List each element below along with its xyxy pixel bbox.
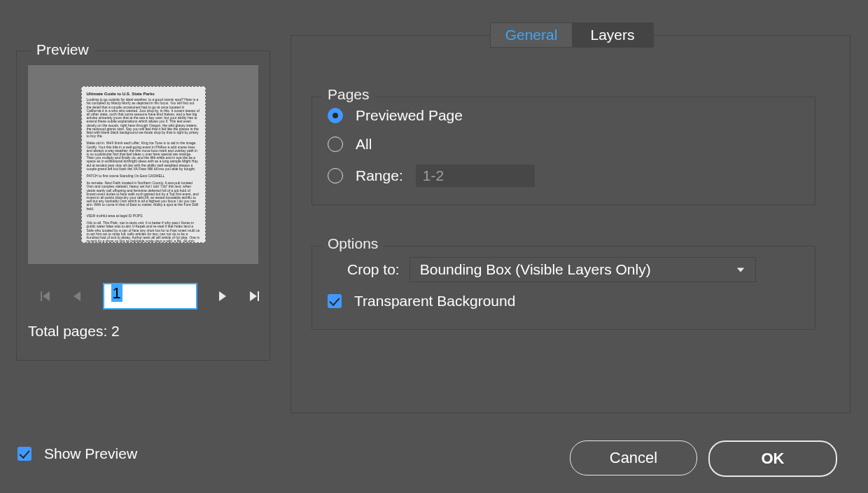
radio-range-label: Range:	[356, 167, 403, 184]
radio-circle-icon	[328, 108, 343, 123]
crop-to-select[interactable]: Bounding Box (Visible Layers Only)	[410, 257, 756, 282]
preview-title: Preview	[31, 41, 94, 58]
svg-rect-1	[41, 291, 42, 301]
transparent-background-checkbox[interactable]: Transparent Background	[328, 293, 515, 310]
total-pages-label: Total pages: 2	[28, 323, 120, 340]
checkbox-icon	[18, 447, 31, 461]
svg-marker-5	[250, 291, 257, 301]
options-group-title: Options	[322, 235, 384, 252]
crop-to-label: Crop to:	[347, 261, 400, 278]
prev-page-icon[interactable]	[70, 289, 85, 304]
radio-circle-icon	[328, 137, 343, 152]
transparent-background-label: Transparent Background	[354, 293, 515, 310]
chevron-down-icon	[736, 265, 746, 275]
page-number-value: 1	[111, 284, 122, 302]
radio-range[interactable]: Range:	[328, 165, 535, 187]
next-page-icon[interactable]	[214, 289, 230, 304]
show-preview-checkbox[interactable]: Show Preview	[18, 445, 137, 462]
crop-to-value: Bounding Box (Visible Layers Only)	[420, 261, 651, 278]
cancel-button[interactable]: Cancel	[570, 440, 697, 475]
last-page-icon[interactable]	[246, 289, 262, 304]
svg-rect-6	[258, 291, 259, 301]
tab-general[interactable]: General	[491, 23, 572, 47]
show-preview-label: Show Preview	[44, 445, 137, 462]
radio-previewed-page[interactable]: Previewed Page	[328, 107, 463, 124]
crop-to-row: Crop to: Bounding Box (Visible Layers On…	[347, 257, 756, 282]
tab-layers[interactable]: Layers	[572, 23, 653, 47]
checkbox-icon	[328, 294, 342, 308]
radio-previewed-page-label: Previewed Page	[356, 107, 463, 124]
range-input[interactable]	[416, 165, 535, 187]
svg-marker-0	[736, 268, 744, 272]
pages-group-title: Pages	[322, 86, 375, 103]
page-number-input[interactable]: 1	[103, 283, 197, 310]
preview-panel: Preview Ultimate Guide to U.S. State Par…	[16, 50, 270, 361]
svg-marker-2	[43, 291, 50, 301]
radio-all-pages-label: All	[356, 136, 372, 153]
options-group: Options Crop to: Bounding Box (Visible L…	[312, 246, 816, 330]
ok-button[interactable]: OK	[708, 440, 837, 477]
document-page: Ultimate Guide to U.S. State ParksLookin…	[81, 86, 206, 243]
first-page-icon[interactable]	[38, 289, 53, 304]
radio-circle-icon	[328, 168, 343, 183]
document-thumbnail: Ultimate Guide to U.S. State ParksLookin…	[28, 65, 258, 264]
radio-all-pages[interactable]: All	[328, 136, 372, 153]
svg-marker-3	[74, 291, 80, 301]
pages-group: Pages Previewed Page All Range:	[312, 97, 816, 205]
page-navigation: 1	[38, 281, 262, 312]
tab-strip: General Layers	[490, 22, 654, 48]
svg-marker-4	[219, 291, 226, 301]
